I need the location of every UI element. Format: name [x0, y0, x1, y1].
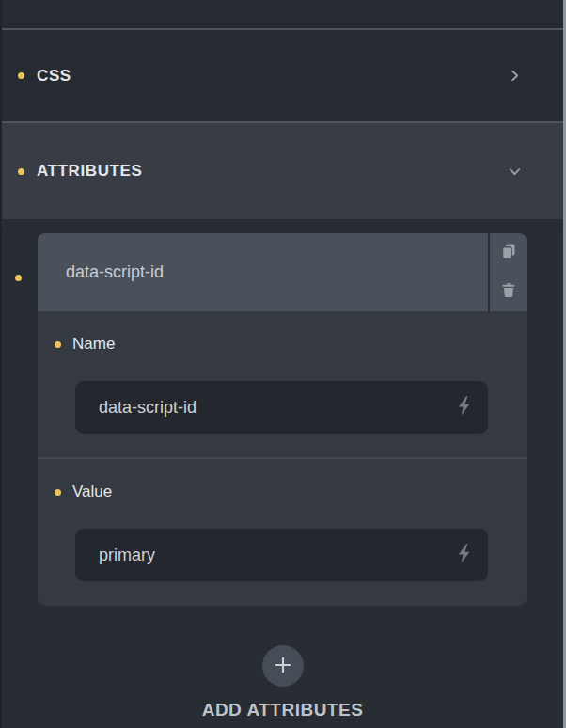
attribute-item-editor: Name Value: [38, 311, 527, 606]
accent-dot-icon: [18, 72, 24, 79]
name-dynamic-data-button[interactable]: [448, 395, 473, 419]
add-attribute-button[interactable]: [262, 645, 304, 687]
value-field-label: Value: [55, 459, 527, 502]
lightning-icon: [455, 543, 473, 567]
chevron-down-icon: [508, 165, 522, 179]
trash-icon: [501, 282, 516, 301]
accent-dot-icon: [18, 168, 24, 175]
previous-section-edge: [2, 0, 563, 30]
lightning-icon: [455, 395, 473, 419]
accent-dot-icon: [55, 489, 61, 496]
attribute-item-header: data-script-id: [38, 233, 527, 311]
attribute-item-card: data-script-id: [38, 233, 527, 606]
settings-panel: CSS ATTRIBUTES data-script-id: [0, 0, 566, 728]
accent-dot-icon: [55, 341, 61, 348]
section-title-css: CSS: [37, 67, 71, 86]
attribute-summary[interactable]: data-script-id: [38, 233, 488, 311]
section-title-attributes: ATTRIBUTES: [37, 162, 142, 181]
add-attributes-area: ADD ATTRIBUTES: [2, 645, 563, 722]
attribute-summary-text: data-script-id: [66, 262, 164, 282]
plus-icon: [274, 656, 292, 677]
value-dynamic-data-button[interactable]: [448, 543, 473, 567]
attribute-item-actions: [488, 233, 527, 311]
name-input[interactable]: [99, 398, 448, 418]
chevron-right-icon: [508, 69, 522, 83]
value-field: [75, 529, 488, 581]
value-input[interactable]: [99, 546, 448, 565]
add-attributes-label[interactable]: ADD ATTRIBUTES: [202, 698, 364, 722]
accent-dot-icon: [15, 275, 22, 281]
attributes-section-body: data-script-id: [2, 233, 563, 728]
section-header-css[interactable]: CSS: [2, 30, 563, 123]
delete-attribute-button[interactable]: [490, 273, 527, 312]
name-field-label: Name: [55, 311, 527, 355]
name-label: Name: [72, 334, 115, 355]
name-field: [75, 381, 488, 434]
copy-icon: [499, 242, 518, 263]
value-label: Value: [72, 482, 112, 502]
copy-attribute-button[interactable]: [490, 233, 527, 273]
section-header-attributes[interactable]: ATTRIBUTES: [2, 123, 563, 219]
